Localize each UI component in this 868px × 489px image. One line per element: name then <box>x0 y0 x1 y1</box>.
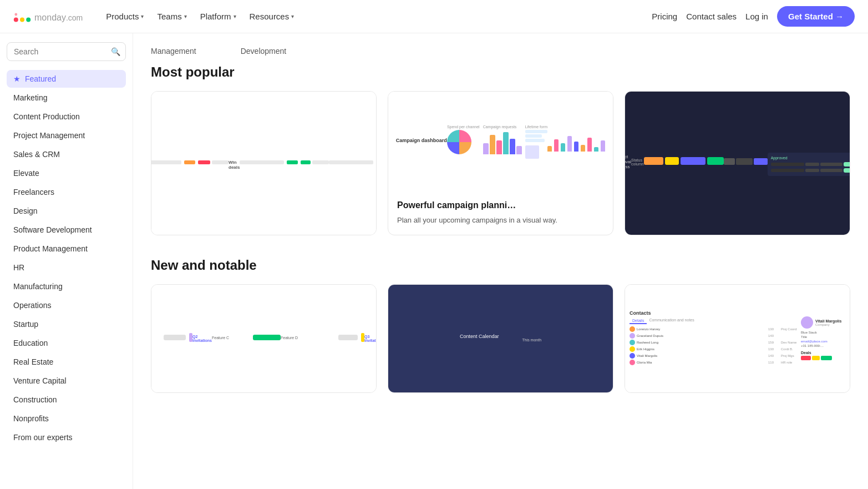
card-preview-campaign: Campaign dashboard Spend per channel Cam… <box>388 92 613 191</box>
sidebar-item-label: Nonprofits <box>13 414 49 423</box>
card-preview-contacts: Contacts Details Communication and notes… <box>625 285 850 393</box>
most-popular-grid: Sales pipeline New deals <box>151 91 850 235</box>
sidebar-item-venture-capital[interactable]: Venture Capital <box>7 372 126 390</box>
svg-point-2 <box>26 17 31 22</box>
card-content-calendar[interactable]: Content Calendar <box>388 284 613 394</box>
sidebar-item-startup[interactable]: Startup <box>7 315 126 333</box>
login-link[interactable]: Log in <box>745 12 768 21</box>
sidebar-item-nonprofits[interactable]: Nonprofits <box>7 410 126 427</box>
star-icon: ★ <box>13 74 21 83</box>
search-box[interactable]: 🔍 <box>7 42 126 61</box>
nav-products[interactable]: Products ▾ <box>100 8 149 24</box>
sidebar-item-label: Project Management <box>13 131 85 140</box>
card-title: Powerful campaign planni… <box>397 200 604 210</box>
search-input[interactable] <box>14 47 111 56</box>
sidebar-item-label: Operations <box>13 301 51 310</box>
card-contacts[interactable]: Contacts Details Communication and notes… <box>625 284 850 394</box>
sidebar-item-elevate[interactable]: Elevate <box>7 164 126 182</box>
partial-left-label: Management <box>151 47 196 56</box>
get-started-button[interactable]: Get Started → <box>777 6 855 27</box>
svg-point-3 <box>14 13 17 16</box>
sidebar-item-construction[interactable]: Construction <box>7 391 126 409</box>
nav-links: Products ▾ Teams ▾ Platform ▾ Resources … <box>100 8 652 24</box>
logo-suffix: .com <box>66 13 83 22</box>
sidebar-item-from-our-experts[interactable]: From our experts <box>7 428 126 446</box>
sidebar-item-project-management[interactable]: Project Management <box>7 127 126 144</box>
card-body-project-portfolio: Project Portfolio Managem… Manage simple… <box>625 235 850 235</box>
sidebar-item-featured[interactable]: ★Featured <box>7 70 126 88</box>
logo-text: monday.com <box>34 9 83 24</box>
card-body-contacts: Contacts Keep track of all contact infor… <box>625 392 850 393</box>
new-notable-title: New and notable <box>151 258 850 273</box>
card-body-content-calendar: Content calendar Manage all your content… <box>388 392 613 393</box>
svg-point-1 <box>20 17 24 22</box>
new-notable-grid: Roadmap 2022 Q1 Invitations Feature A Fe… <box>151 284 850 394</box>
chevron-down-icon: ▾ <box>291 13 294 19</box>
sidebar-item-real-estate[interactable]: Real Estate <box>7 353 126 371</box>
sidebar-item-label: Venture Capital <box>13 376 67 385</box>
card-preview-roadmap: Roadmap 2022 Q1 Invitations Feature A Fe… <box>151 285 376 393</box>
logo[interactable]: monday.com <box>13 9 83 24</box>
sidebar-item-label: Real Estate <box>13 357 53 366</box>
nav-teams[interactable]: Teams ▾ <box>151 8 192 24</box>
sidebar-item-label: Freelancers <box>13 188 54 196</box>
sidebar-item-operations[interactable]: Operations <box>7 296 126 314</box>
card-body-product-development: Product Development Plan your roadmap, t… <box>151 392 376 393</box>
sidebar-item-label: HR <box>13 263 24 272</box>
card-body-basic-crm: Basic CRM Manage contacts and deals in o… <box>151 235 376 235</box>
partial-right-label: Development <box>241 47 287 56</box>
logo-main: monday <box>34 13 66 22</box>
card-preview-calendar: Content Calendar <box>388 285 613 393</box>
sidebar-item-label: From our experts <box>13 433 73 442</box>
card-project-portfolio[interactable]: Project approval process Status column <box>625 91 850 235</box>
sidebar-item-hr[interactable]: HR <box>7 259 126 276</box>
logo-icon <box>13 10 31 23</box>
sidebar-item-label: Software Development <box>13 225 92 234</box>
sidebar-item-label: Elevate <box>13 169 39 178</box>
nav-resources[interactable]: Resources ▾ <box>244 8 300 24</box>
sidebar-item-software-development[interactable]: Software Development <box>7 221 126 239</box>
sidebar-item-label: Marketing <box>13 93 47 102</box>
sidebar-item-label: Content Production <box>13 112 80 121</box>
card-preview-project: Project approval process Status column <box>625 92 850 235</box>
card-basic-crm[interactable]: Sales pipeline New deals <box>151 91 377 235</box>
page-layout: 🔍 ★FeaturedMarketingContent ProductionPr… <box>0 33 868 489</box>
sidebar-item-label: Product Management <box>13 244 88 253</box>
sidebar-item-marketing[interactable]: Marketing <box>7 89 126 107</box>
chevron-down-icon: ▾ <box>141 13 144 19</box>
card-product-development[interactable]: Roadmap 2022 Q1 Invitations Feature A Fe… <box>151 284 377 394</box>
sidebar-item-label: Startup <box>13 320 38 329</box>
partial-top-bar: Management Development <box>151 47 850 56</box>
pricing-link[interactable]: Pricing <box>652 12 677 21</box>
sidebar: 🔍 ★FeaturedMarketingContent ProductionPr… <box>0 33 133 489</box>
chevron-down-icon: ▾ <box>184 13 187 19</box>
sidebar-items-list: ★FeaturedMarketingContent ProductionProj… <box>7 70 126 446</box>
contact-sales-link[interactable]: Contact sales <box>686 12 737 21</box>
sidebar-item-freelancers[interactable]: Freelancers <box>7 183 126 201</box>
sidebar-item-label: Education <box>13 339 48 347</box>
search-icon: 🔍 <box>111 47 120 56</box>
sidebar-item-design[interactable]: Design <box>7 202 126 220</box>
sidebar-item-label: Sales & CRM <box>13 150 60 159</box>
sidebar-item-label: Design <box>13 206 38 215</box>
sidebar-item-label: Construction <box>13 395 57 404</box>
card-preview-sales-pipeline: Sales pipeline New deals <box>151 92 376 235</box>
sidebar-item-content-production[interactable]: Content Production <box>7 108 126 125</box>
sidebar-item-education[interactable]: Education <box>7 334 126 352</box>
chevron-down-icon: ▾ <box>234 13 236 19</box>
most-popular-title: Most popular <box>151 64 850 80</box>
sidebar-item-sales-crm[interactable]: Sales & CRM <box>7 145 126 163</box>
nav-right: Pricing Contact sales Log in Get Started… <box>652 6 855 27</box>
card-body-campaign: Powerful campaign planni… Plan all your … <box>388 191 613 235</box>
sidebar-item-manufacturing[interactable]: Manufacturing <box>7 278 126 295</box>
sidebar-item-label: Featured <box>25 74 56 83</box>
main-content: Management Development Most popular Sale… <box>133 33 868 489</box>
svg-point-0 <box>14 17 18 22</box>
navbar: monday.com Products ▾ Teams ▾ Platform ▾… <box>0 0 868 33</box>
nav-platform[interactable]: Platform ▾ <box>195 8 242 24</box>
card-desc: Plan all your upcoming campaigns in a vi… <box>397 215 604 226</box>
sidebar-item-label: Manufacturing <box>13 282 63 291</box>
card-powerful-campaign[interactable]: Campaign dashboard Spend per channel Cam… <box>388 91 613 235</box>
sidebar-item-product-management[interactable]: Product Management <box>7 240 126 258</box>
